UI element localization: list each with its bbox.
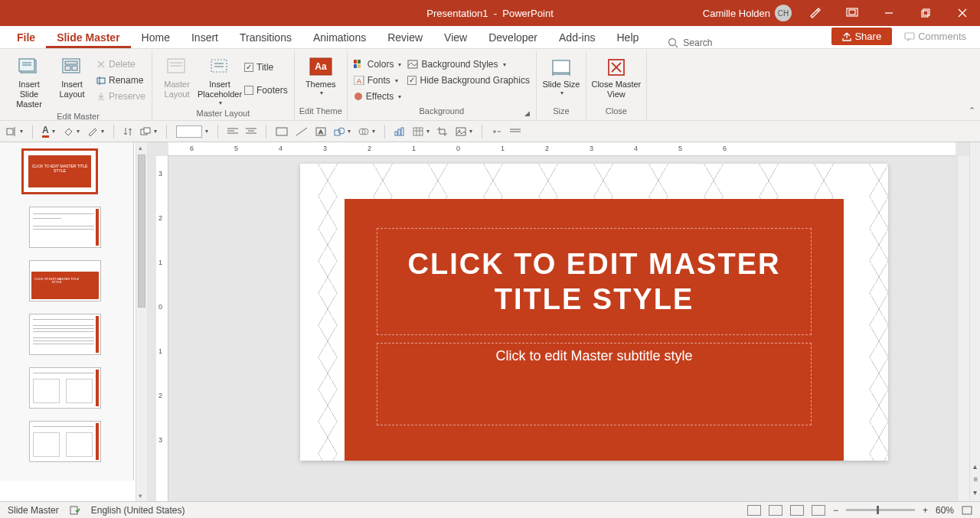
preserve-button: Preserve — [95, 89, 147, 104]
prev-slide-icon[interactable]: ▴ — [973, 462, 977, 471]
picture-button[interactable]: ▾ — [456, 127, 472, 136]
colors-button[interactable]: Colors▾ — [352, 57, 403, 72]
footers-checkbox[interactable]: Footers — [243, 83, 289, 98]
next-slide-icon[interactable]: ▾ — [973, 488, 977, 497]
slide-size-button[interactable]: Slide Size▾ — [541, 55, 581, 97]
sorter-view-icon[interactable] — [769, 505, 782, 516]
close-window-button[interactable] — [949, 0, 975, 26]
insert-placeholder-button[interactable]: Insert Placeholder▾ — [200, 55, 240, 107]
more-button[interactable] — [510, 129, 521, 135]
canvas-scrollbar[interactable] — [957, 156, 969, 501]
search-icon — [668, 37, 678, 48]
tab-transitions[interactable]: Transitions — [229, 27, 302, 48]
search-label: Search — [683, 37, 712, 48]
tab-file[interactable]: File — [6, 27, 46, 48]
themes-button[interactable]: Aa Themes▾ — [301, 55, 341, 97]
tab-help[interactable]: Help — [606, 27, 650, 48]
insert-layout-button[interactable]: Insert Layout — [52, 55, 92, 99]
comments-button[interactable]: Comments — [897, 28, 974, 45]
status-language[interactable]: English (United States) — [91, 505, 185, 516]
layout-thumbnail[interactable] — [29, 314, 101, 355]
minimize-button[interactable] — [876, 0, 902, 26]
slide-canvas[interactable]: CLICK TO EDIT MASTER TITLE STYLE Click t… — [300, 164, 888, 461]
status-mode[interactable]: Slide Master — [8, 505, 59, 516]
collapse-ribbon-icon[interactable]: ⌃ — [969, 106, 975, 116]
merge-shapes-button[interactable]: ▾ — [358, 127, 375, 136]
title-checkbox[interactable]: ✓ Title — [243, 60, 289, 75]
shape-fill-swatch[interactable]: ▾ — [176, 125, 208, 138]
zoom-slider[interactable] — [846, 509, 915, 511]
display-mode-icon[interactable] — [839, 0, 865, 26]
normal-view-icon[interactable] — [747, 505, 761, 516]
arrange-button[interactable]: ▾ — [140, 127, 157, 136]
shapes-button[interactable]: ▾ — [334, 127, 351, 136]
font-color-button[interactable]: A▾ — [42, 125, 55, 138]
avatar: CH — [775, 5, 792, 21]
slide-content-box: CLICK TO EDIT MASTER TITLE STYLE Click t… — [345, 199, 844, 461]
drawing-icon[interactable] — [802, 0, 828, 26]
textbox-button[interactable]: A — [315, 127, 326, 136]
title-placeholder[interactable]: CLICK TO EDIT MASTER TITLE STYLE — [377, 228, 812, 335]
layout-thumbnail[interactable] — [29, 367, 101, 409]
vertical-ruler: 3 2 1 0 1 2 3 — [156, 156, 168, 501]
group-label-edit-theme: Edit Theme — [299, 105, 342, 119]
svg-text:A: A — [318, 129, 323, 135]
tab-animations[interactable]: Animations — [302, 27, 377, 48]
zoom-in-button[interactable]: + — [923, 505, 928, 516]
layout-thumbnail[interactable] — [29, 421, 101, 462]
slide-master-thumbnail[interactable]: CLICK TO EDIT MASTER TITLE STYLE — [21, 148, 98, 194]
svg-point-7 — [669, 39, 676, 46]
nav-split-icon[interactable]: ≡ — [974, 475, 977, 484]
user-account[interactable]: Camille Holden CH — [703, 5, 792, 21]
thumbnail-panel[interactable]: CLICK TO EDIT MASTER TITLE STYLE CLICK T… — [0, 142, 134, 481]
shape-rect-button[interactable] — [276, 127, 288, 136]
fit-to-window-icon[interactable] — [962, 506, 972, 515]
comments-label: Comments — [918, 31, 966, 42]
effects-icon — [354, 92, 363, 101]
share-button[interactable]: Share — [831, 28, 892, 45]
tab-home[interactable]: Home — [131, 27, 181, 48]
align-center-button[interactable] — [246, 128, 256, 135]
rename-button[interactable]: Rename — [95, 73, 147, 88]
reading-view-icon[interactable] — [790, 505, 804, 516]
align-object-button[interactable]: ▾ — [6, 127, 23, 136]
tab-slide-master[interactable]: Slide Master — [46, 27, 130, 48]
outline-color-button[interactable]: ▾ — [87, 127, 104, 136]
fonts-button[interactable]: A Fonts▾ — [352, 73, 403, 88]
chart-button[interactable] — [394, 127, 405, 136]
svg-rect-48 — [144, 128, 150, 133]
layout-thumbnail[interactable] — [29, 207, 101, 248]
subtitle-placeholder[interactable]: Click to edit Master subtitle style — [377, 343, 812, 425]
table-button[interactable]: ▾ — [413, 127, 430, 136]
group-label-size: Size — [541, 105, 581, 119]
slideshow-view-icon[interactable] — [812, 505, 825, 516]
spellcheck-icon[interactable] — [70, 506, 80, 515]
insert-slide-master-button[interactable]: Insert Slide Master — [9, 55, 49, 110]
layout-thumbnail[interactable]: CLICK TO EDIT MASTER TITLE STYLE — [29, 260, 101, 301]
align-left-button[interactable] — [227, 128, 238, 135]
svg-point-60 — [338, 128, 345, 134]
zoom-out-button[interactable]: − — [833, 505, 838, 516]
tab-addins[interactable]: Add-ins — [548, 27, 606, 48]
background-styles-button[interactable]: Background Styles▾ — [406, 57, 531, 72]
tab-view[interactable]: View — [433, 27, 478, 48]
fonts-icon: A — [354, 76, 364, 85]
tab-developer[interactable]: Developer — [478, 27, 548, 48]
eyedropper-button[interactable] — [492, 127, 502, 136]
maximize-button[interactable] — [913, 0, 939, 26]
shape-line-button[interactable] — [296, 127, 308, 136]
tell-me-search[interactable]: Search — [668, 37, 712, 48]
hide-background-checkbox[interactable]: ✓ Hide Background Graphics — [406, 73, 531, 88]
effects-button[interactable]: Effects▾ — [352, 89, 403, 104]
close-master-view-button[interactable]: Close Master View — [591, 55, 642, 99]
crop-button[interactable] — [437, 127, 448, 136]
comment-icon — [904, 32, 915, 41]
zoom-level[interactable]: 60% — [936, 505, 954, 516]
tab-insert[interactable]: Insert — [181, 27, 229, 48]
dialog-launcher-icon[interactable]: ◢ — [524, 109, 530, 117]
tab-review[interactable]: Review — [377, 27, 433, 48]
fill-color-button[interactable]: ▾ — [63, 127, 80, 136]
sort-button[interactable] — [123, 127, 132, 136]
svg-rect-25 — [211, 60, 227, 72]
thumbnails-scrollbar[interactable]: ▴ ▾ — [136, 142, 147, 501]
